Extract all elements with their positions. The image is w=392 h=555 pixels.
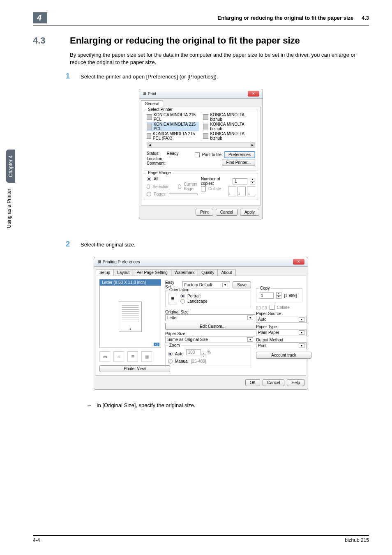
- paper-size-select[interactable]: Same as Original Size▾: [165, 336, 255, 343]
- print-to-file-checkbox[interactable]: [195, 152, 200, 157]
- pages-input[interactable]: [169, 193, 198, 195]
- preferences-button[interactable]: Preferences: [224, 151, 255, 158]
- chevron-down-icon[interactable]: ▾: [276, 295, 281, 299]
- printer-item[interactable]: KONICA MINOLTA bizhub: [203, 131, 255, 140]
- apply-button[interactable]: Apply: [240, 209, 259, 216]
- tab-quality[interactable]: Quality: [198, 269, 218, 276]
- tab-watermark[interactable]: Watermark: [171, 269, 198, 276]
- paper-source-select[interactable]: Auto▾: [256, 316, 307, 323]
- selection-label: Selection: [152, 184, 169, 189]
- prefs-titlebar[interactable]: 🖶 Printing Preferences ✕: [94, 257, 308, 267]
- collate-label-prefs: Collate: [277, 305, 290, 310]
- section-number: 4.3: [33, 35, 70, 46]
- zoom-manual-radio[interactable]: [168, 359, 173, 364]
- horizontal-scrollbar[interactable]: ◂ ▸: [147, 142, 255, 148]
- collate-checkbox-prefs[interactable]: [270, 305, 274, 310]
- page-range-label: Page Range: [147, 170, 172, 175]
- chevron-down-icon[interactable]: ▾: [250, 181, 255, 184]
- layout-icon-2[interactable]: ⎌: [113, 351, 124, 362]
- substep-text: In [Original Size], specify the original…: [86, 402, 369, 408]
- close-icon[interactable]: ✕: [293, 259, 304, 265]
- chapter-number-badge: 4: [33, 12, 47, 23]
- printer-item[interactable]: KONICA MINOLTA 215 PCL (FAX): [147, 131, 199, 140]
- save-button[interactable]: Save: [233, 281, 251, 288]
- collate-checkbox[interactable]: [201, 187, 206, 191]
- output-method-value: Print: [258, 343, 267, 348]
- location-label: Location:: [147, 157, 192, 161]
- pages-radio[interactable]: [147, 192, 151, 196]
- current-page-radio[interactable]: [178, 184, 181, 189]
- chevron-down-icon: ▾: [299, 330, 304, 335]
- find-printer-button[interactable]: Find Printer...: [222, 159, 255, 166]
- selection-radio[interactable]: [147, 184, 150, 189]
- zoom-auto-radio[interactable]: [168, 352, 173, 356]
- landscape-radio[interactable]: [180, 299, 185, 304]
- collate-page-icon: 3: [247, 187, 255, 196]
- orientation-icon: ≣: [168, 293, 177, 304]
- account-track-button[interactable]: Account track: [256, 352, 311, 359]
- easy-set-select[interactable]: Factory Default▾: [182, 281, 231, 288]
- chevron-up-icon[interactable]: ▴: [250, 178, 255, 181]
- copies-input[interactable]: 1: [233, 178, 247, 184]
- printer-icon: [147, 133, 151, 139]
- scroll-right-icon[interactable]: ▸: [250, 143, 255, 147]
- current-page-label: Current Page: [184, 182, 201, 191]
- zoom-value-input[interactable]: 100: [186, 349, 201, 355]
- tab-setup[interactable]: Setup: [96, 269, 114, 276]
- print-button[interactable]: Print: [196, 209, 213, 216]
- scroll-left-icon[interactable]: ◂: [147, 143, 152, 147]
- output-method-select[interactable]: Print▾: [256, 342, 307, 349]
- tab-about[interactable]: About: [217, 269, 235, 276]
- paper-type-select[interactable]: Plain Paper▾: [256, 329, 307, 336]
- zoom-spinner[interactable]: ▴▾: [201, 352, 206, 358]
- layout-icon-4[interactable]: ▦: [141, 351, 152, 362]
- edit-custom-button[interactable]: Edit Custom...: [165, 323, 260, 330]
- copy-label: Copy: [259, 286, 271, 290]
- copy-spinner[interactable]: ▴▾: [276, 292, 281, 299]
- printer-item[interactable]: KONICA MINOLTA 215 PCL: [147, 122, 199, 131]
- tab-general[interactable]: General: [141, 100, 163, 107]
- cancel-button[interactable]: Cancel: [216, 209, 238, 216]
- print-dialog-titlebar[interactable]: 🖶 Print ✕: [139, 89, 263, 99]
- printer-name: KONICA MINOLTA 215 PCL: [154, 122, 199, 131]
- ok-button[interactable]: OK: [245, 379, 260, 386]
- copies-label: Number of copies:: [201, 177, 230, 186]
- help-button[interactable]: Help: [287, 379, 304, 386]
- printer-list[interactable]: KONICA MINOLTA 215 PCL KONICA MINOLTA bi…: [147, 113, 255, 140]
- all-radio[interactable]: [147, 177, 151, 181]
- easy-set-value: Factory Default: [184, 283, 212, 287]
- layout-icon-3[interactable]: ≣: [127, 351, 138, 362]
- step-1-number: 1: [66, 72, 81, 81]
- chevron-down-icon: ▾: [247, 315, 253, 320]
- comment-label: Comment:: [147, 161, 192, 166]
- copy-input[interactable]: 1: [259, 292, 274, 299]
- printer-icon: [147, 124, 152, 129]
- printer-view-button[interactable]: Printer View: [99, 365, 170, 372]
- prefs-dialog-title: Printing Preferences: [103, 260, 140, 264]
- printer-item[interactable]: KONICA MINOLTA bizhub: [203, 113, 255, 122]
- printer-name: KONICA MINOLTA bizhub: [210, 131, 255, 140]
- original-size-select[interactable]: Letter▾: [165, 314, 255, 321]
- cancel-button[interactable]: Cancel: [263, 379, 284, 386]
- status-label: Status:: [147, 151, 159, 156]
- running-header-title: Enlarging or reducing the original to fi…: [217, 15, 353, 21]
- printer-name: KONICA MINOLTA 215 PCL (FAX): [153, 131, 199, 140]
- collate-illustration-icon: ▯▯ ▯▯: [256, 305, 267, 310]
- model-name: bizhub 215: [345, 537, 369, 543]
- close-icon[interactable]: ✕: [248, 91, 259, 97]
- zoom-label: Zoom: [168, 343, 181, 348]
- printer-item[interactable]: KONICA MINOLTA bizhub: [203, 122, 255, 131]
- copies-spinner[interactable]: ▴▾: [250, 178, 255, 184]
- document-preview-icon: 1: [119, 302, 142, 332]
- portrait-radio[interactable]: [180, 294, 185, 298]
- layout-icon-1[interactable]: ▭: [99, 351, 110, 362]
- section-intro-text: By specifying the paper size set for the…: [70, 51, 369, 66]
- tab-layout[interactable]: Layout: [113, 269, 133, 276]
- status-value: Ready: [167, 151, 179, 156]
- chevron-up-icon[interactable]: ▴: [276, 292, 281, 295]
- printer-item[interactable]: KONICA MINOLTA 215 PCL: [147, 113, 199, 122]
- original-size-value: Letter: [167, 315, 178, 320]
- printer-name: KONICA MINOLTA 215 PCL: [154, 113, 199, 122]
- tab-per-page[interactable]: Per Page Setting: [133, 269, 171, 276]
- section-heading-text: Enlarging or reducing the original to fi…: [70, 35, 300, 46]
